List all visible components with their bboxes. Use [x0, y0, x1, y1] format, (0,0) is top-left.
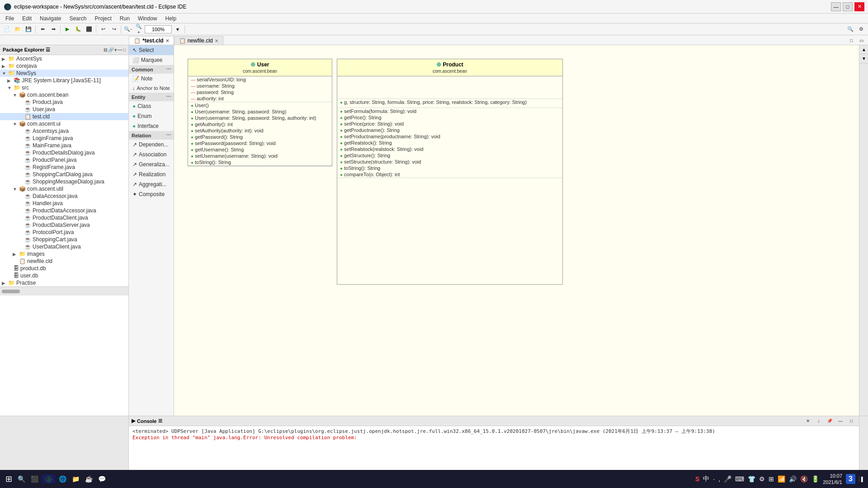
zoom-input[interactable]: 100% — [145, 25, 172, 33]
palette-select[interactable]: ↖ Select — [129, 45, 174, 55]
tree-util[interactable]: ▼ 📦 com.ascent.util — [0, 185, 128, 192]
palette-interface[interactable]: ● Interface — [129, 121, 174, 131]
console-max-btn[interactable]: □ — [846, 417, 856, 426]
palette-composite[interactable]: ✦ Composite — [129, 189, 174, 199]
close-button[interactable]: ✕ — [854, 2, 864, 11]
pe-scrollbar[interactable] — [0, 286, 128, 296]
rsb-btn2[interactable]: ▼ — [859, 54, 868, 63]
tree-login-java[interactable]: ☕ LoginFrame.java — [0, 135, 128, 142]
pe-max-btn[interactable]: □ — [123, 47, 126, 52]
java-taskbar-btn[interactable]: ☕ — [83, 474, 94, 484]
pe-min-btn[interactable]: — — [118, 47, 122, 52]
tb-search[interactable]: 🔍 — [845, 25, 855, 34]
menu-search[interactable]: Search — [66, 14, 90, 23]
tray-s-icon[interactable]: S — [695, 475, 699, 483]
eclipse-taskbar-btn[interactable]: 🌑 — [42, 474, 55, 483]
tray-grid-icon[interactable]: ⊞ — [769, 475, 774, 483]
tray-mute-icon[interactable]: 🔇 — [800, 475, 808, 483]
tree-jre[interactable]: ▶ 📚 JRE System Library [JavaSE-11] — [0, 77, 128, 84]
tab-newfile-cld[interactable]: 📋 newfile.cld ✕ — [174, 36, 223, 45]
rsb-btn1[interactable]: ▲ — [859, 45, 868, 54]
tree-newsys[interactable]: ▼ 📁 NewSys — [0, 70, 128, 77]
menu-window[interactable]: Window — [134, 14, 161, 23]
tree-smd-java[interactable]: ☕ ShoppingMessageDialog.java — [0, 178, 128, 185]
wechat-taskbar-btn[interactable]: 💬 — [96, 474, 108, 484]
tree-pds-java[interactable]: ☕ ProductDataServer.java — [0, 221, 128, 229]
tree-user-db[interactable]: 🗄 user.db — [0, 272, 128, 279]
tb-run[interactable]: ▶ — [62, 25, 72, 34]
tb-zoom-out[interactable]: 🔍- — [123, 25, 133, 34]
palette-entity-section[interactable]: Entity ⋯ — [129, 93, 174, 101]
tree-pdc-java[interactable]: ☕ ProductDataClient.java — [0, 214, 128, 221]
menu-help[interactable]: Help — [162, 14, 180, 23]
user-class[interactable]: ⊕ User com.ascent.bean — serialVersionUI… — [188, 59, 332, 166]
palette-marquee[interactable]: ⬜ Marquee — [129, 55, 174, 65]
palette-association[interactable]: ↗ Association — [129, 150, 174, 160]
tree-pdd-java[interactable]: ☕ ProductDetailsDialog.java — [0, 149, 128, 156]
tb-new[interactable]: 📄 — [2, 25, 12, 34]
tb-redo[interactable]: ↪ — [109, 25, 119, 34]
tb-back[interactable]: ⬅ — [38, 25, 47, 34]
tray-keyboard-icon[interactable]: ⌨ — [735, 475, 744, 483]
palette-common-section[interactable]: Common ⋯ — [129, 65, 174, 74]
tree-images[interactable]: ▶ 📁 images — [0, 250, 128, 258]
maximize-button[interactable]: □ — [843, 2, 853, 11]
palette-anchor[interactable]: ↓ Anchor to Note — [129, 84, 174, 93]
tray-shirt-icon[interactable]: 👕 — [748, 475, 755, 483]
pe-menu-btn[interactable]: ▾ — [114, 47, 117, 52]
tree-pp-java[interactable]: ☕ ProductPanel.java — [0, 156, 128, 164]
tray-zhong-icon[interactable]: 中 — [703, 475, 709, 483]
tree-practise[interactable]: ▶ 📁 Practise — [0, 279, 128, 286]
tab-newfile-close[interactable]: ✕ — [215, 38, 218, 43]
minimize-button[interactable]: — — [831, 2, 841, 11]
console-scroll-end-btn[interactable]: ↓ — [814, 417, 824, 426]
tab-test-close[interactable]: ✕ — [165, 38, 169, 43]
tree-src[interactable]: ▼ 📁 src — [0, 84, 128, 91]
tray-comma-icon[interactable]: , — [718, 475, 720, 483]
tree-corejava[interactable]: ▶ 📁 corejava — [0, 62, 128, 70]
tb-debug[interactable]: 🐛 — [73, 25, 83, 34]
tree-handler-java[interactable]: ☕ Handler.java — [0, 200, 128, 207]
palette-class[interactable]: ● Class — [129, 101, 174, 111]
palette-enum[interactable]: ● Enum — [129, 111, 174, 121]
tb-forward[interactable]: ➡ — [48, 25, 58, 34]
menu-project[interactable]: Project — [91, 14, 115, 23]
palette-aggregation[interactable]: ↗ Aggregati... — [129, 179, 174, 189]
tb-undo[interactable]: ↩ — [98, 25, 108, 34]
tray-battery-icon[interactable]: 🔋 — [811, 475, 819, 483]
tab-max-button[interactable]: ▭ — [856, 36, 866, 45]
menu-run[interactable]: Run — [116, 14, 133, 23]
tree-test-cld[interactable]: 📋 test.cld — [0, 113, 128, 120]
menu-edit[interactable]: Edit — [19, 14, 35, 23]
tree-product-java[interactable]: ☕ Product.java — [0, 99, 128, 106]
tree-da-java[interactable]: ☕ DataAccessor.java — [0, 192, 128, 200]
palette-generalization[interactable]: ↗ Generaliza... — [129, 160, 174, 169]
palette-note[interactable]: 📝 Note — [129, 74, 174, 84]
tree-regist-java[interactable]: ☕ RegistFrame.java — [0, 164, 128, 171]
tb-zoom-in[interactable]: 🔍+ — [134, 25, 144, 34]
console-clear-btn[interactable]: ✕ — [803, 417, 813, 426]
clock-display[interactable]: 10:07 2021/6/1 — [823, 473, 842, 486]
tree-pda-java[interactable]: ☕ ProductDataAccessor.java — [0, 207, 128, 214]
tb-zoom-dropdown[interactable]: ▼ — [173, 25, 183, 34]
tree-newfile-cld[interactable]: 📋 newfile.cld — [0, 258, 128, 265]
tree-product-db[interactable]: 🗄 product.db — [0, 265, 128, 272]
explorer-taskbar-btn[interactable]: 📁 — [70, 474, 81, 484]
editor-area[interactable]: ⊕ User com.ascent.bean — serialVersionUI… — [174, 45, 859, 416]
pe-collapse-btn[interactable]: ⊟ — [104, 47, 107, 52]
tree-user-java[interactable]: ☕ User.java — [0, 106, 128, 113]
tb-open[interactable]: 📁 — [13, 25, 23, 34]
tab-min-button[interactable]: □ — [846, 36, 856, 45]
tree-main-java[interactable]: ☕ MainFrame.java — [0, 142, 128, 149]
menu-file[interactable]: File — [2, 14, 18, 23]
tab-test-cld[interactable]: 📋 *test.cld ✕ — [129, 36, 174, 45]
tray-volume-icon[interactable]: 🔊 — [789, 475, 797, 483]
console-pin-btn[interactable]: 📌 — [825, 417, 835, 426]
tb-save[interactable]: 💾 — [24, 25, 33, 34]
taskview-btn[interactable]: ⬛ — [29, 474, 40, 484]
palette-realization[interactable]: ↗ Realization — [129, 169, 174, 179]
show-desktop-btn[interactable]: ▌ — [859, 477, 864, 482]
pe-link-btn[interactable]: 🔗 — [108, 47, 113, 52]
tray-mic-icon[interactable]: 🎤 — [724, 475, 731, 483]
tb-stop[interactable]: ⬛ — [84, 25, 94, 34]
